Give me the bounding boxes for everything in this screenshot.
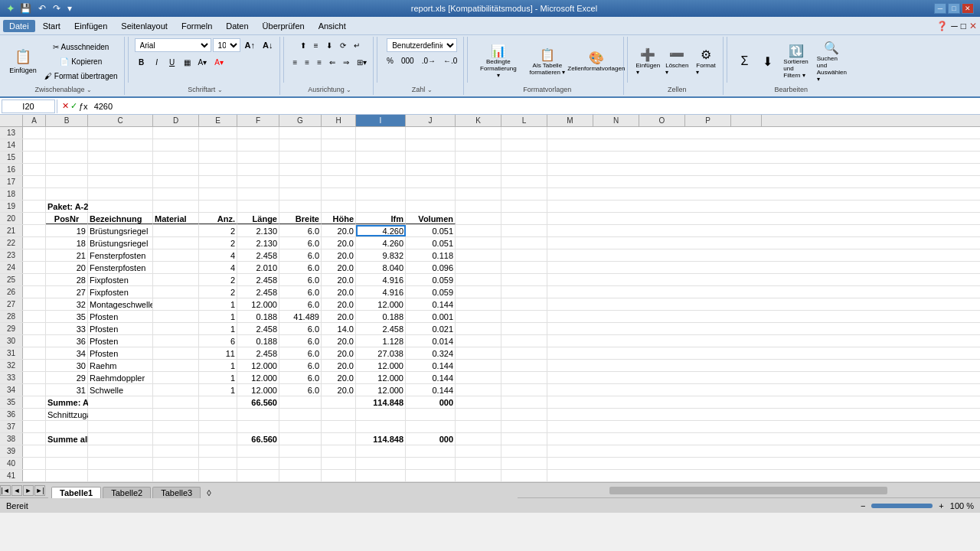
cell-i38[interactable]: 114.848 bbox=[356, 433, 406, 445]
cell-b40[interactable] bbox=[46, 458, 88, 469]
cell-e41[interactable] bbox=[199, 470, 237, 481]
cell-f36[interactable] bbox=[237, 409, 279, 420]
cell-e33[interactable]: 1 bbox=[199, 372, 237, 383]
cell-d21[interactable] bbox=[153, 225, 199, 236]
cell-b24[interactable]: 20 bbox=[46, 262, 88, 273]
cell-k34[interactable] bbox=[456, 384, 501, 396]
cell-h29[interactable]: 14.0 bbox=[322, 323, 356, 334]
cell-j33[interactable]: 0.144 bbox=[406, 372, 456, 383]
align-left-button[interactable]: ≡ bbox=[290, 55, 301, 69]
cell-e16[interactable] bbox=[199, 164, 237, 175]
col-header-e[interactable]: E bbox=[199, 115, 237, 126]
cell-c37[interactable] bbox=[88, 421, 153, 432]
cell-b22[interactable]: 18 bbox=[46, 237, 88, 249]
cell-a26[interactable] bbox=[23, 286, 46, 298]
cell-e22[interactable]: 2 bbox=[199, 237, 237, 249]
cell-e14[interactable] bbox=[199, 139, 237, 151]
cell-l27[interactable] bbox=[501, 298, 547, 310]
cell-k18[interactable] bbox=[456, 188, 501, 200]
cell-k23[interactable] bbox=[456, 249, 501, 261]
cell-i29[interactable]: 2.458 bbox=[356, 323, 406, 334]
cell-f28[interactable]: 0.188 bbox=[237, 311, 279, 322]
zoom-slider[interactable] bbox=[871, 504, 933, 508]
col-header-o[interactable]: O bbox=[639, 115, 685, 126]
cell-f41[interactable] bbox=[237, 470, 279, 481]
cell-e30[interactable]: 6 bbox=[199, 335, 237, 347]
increase-font-button[interactable]: A↑ bbox=[242, 38, 258, 52]
cell-e13[interactable] bbox=[199, 127, 237, 139]
row-header-20[interactable]: 20 bbox=[0, 213, 23, 224]
format-button[interactable]: 🖌 Format übertragen bbox=[41, 69, 121, 83]
cell-d24[interactable] bbox=[153, 262, 199, 273]
row-header-23[interactable]: 23 bbox=[0, 249, 23, 261]
cell-l22[interactable] bbox=[501, 237, 547, 249]
cell-f40[interactable] bbox=[237, 458, 279, 469]
cell-l39[interactable] bbox=[501, 445, 547, 457]
cell-l17[interactable] bbox=[501, 176, 547, 187]
cell-h33[interactable]: 20.0 bbox=[322, 372, 356, 383]
cell-h38[interactable] bbox=[322, 433, 356, 445]
cell-h20[interactable]: Höhe bbox=[322, 213, 356, 224]
cell-g36[interactable] bbox=[279, 409, 322, 420]
cell-a25[interactable] bbox=[23, 274, 46, 285]
cell-b19[interactable]: Paket: A-2EG bbox=[46, 201, 88, 212]
cell-d15[interactable] bbox=[153, 152, 199, 163]
cell-i37[interactable] bbox=[356, 421, 406, 432]
zoom-out-button[interactable]: − bbox=[861, 501, 865, 510]
cell-a22[interactable] bbox=[23, 237, 46, 249]
kopieren-button[interactable]: 📄 Kopieren bbox=[41, 54, 121, 68]
menu-seitenlayout[interactable]: Seitenlayout bbox=[115, 20, 174, 32]
cell-d28[interactable] bbox=[153, 311, 199, 322]
text-direction-button[interactable]: ⟳ bbox=[337, 38, 349, 52]
row-header-25[interactable]: 25 bbox=[0, 274, 23, 285]
cell-b31[interactable]: 34 bbox=[46, 347, 88, 359]
col-header-f[interactable]: F bbox=[237, 115, 279, 126]
cell-g13[interactable] bbox=[279, 127, 322, 139]
col-header-k[interactable]: K bbox=[456, 115, 501, 126]
cell-k28[interactable] bbox=[456, 311, 501, 322]
cell-h27[interactable]: 20.0 bbox=[322, 298, 356, 310]
cell-l23[interactable] bbox=[501, 249, 547, 261]
cell-f26[interactable]: 2.458 bbox=[237, 286, 279, 298]
cell-a41[interactable] bbox=[23, 470, 46, 481]
cell-f19[interactable] bbox=[237, 201, 279, 212]
cell-c41[interactable] bbox=[88, 470, 153, 481]
cell-h15[interactable] bbox=[322, 152, 356, 163]
cell-f24[interactable]: 2.010 bbox=[237, 262, 279, 273]
row-header-21[interactable]: 21 bbox=[0, 225, 23, 236]
col-header-j[interactable]: J bbox=[406, 115, 456, 126]
cell-k14[interactable] bbox=[456, 139, 501, 151]
cell-d33[interactable] bbox=[153, 372, 199, 383]
cell-a27[interactable] bbox=[23, 298, 46, 310]
cell-c27[interactable]: Montageschwelle bbox=[88, 298, 153, 310]
cell-l32[interactable] bbox=[501, 360, 547, 371]
cell-a21[interactable] bbox=[23, 225, 46, 236]
last-sheet-button[interactable]: ►| bbox=[34, 485, 45, 496]
cell-k21[interactable] bbox=[456, 225, 501, 236]
cell-b13[interactable] bbox=[46, 127, 88, 139]
cell-l15[interactable] bbox=[501, 152, 547, 163]
cell-d34[interactable] bbox=[153, 384, 199, 396]
cell-h13[interactable] bbox=[322, 127, 356, 139]
cell-d39[interactable] bbox=[153, 445, 199, 457]
cell-g21[interactable]: 6.0 bbox=[279, 225, 322, 236]
cell-f38[interactable]: 66.560 bbox=[237, 433, 279, 445]
cell-h28[interactable]: 20.0 bbox=[322, 311, 356, 322]
cell-e28[interactable]: 1 bbox=[199, 311, 237, 322]
cell-h31[interactable]: 20.0 bbox=[322, 347, 356, 359]
cell-d29[interactable] bbox=[153, 323, 199, 334]
decrease-decimal-button[interactable]: ←.0 bbox=[440, 54, 460, 67]
cell-i16[interactable] bbox=[356, 164, 406, 175]
cell-b37[interactable] bbox=[46, 421, 88, 432]
sheet-tab-tabelle2[interactable]: Tabelle2 bbox=[103, 487, 151, 498]
cell-j39[interactable] bbox=[406, 445, 456, 457]
save-button[interactable]: 💾 bbox=[18, 2, 34, 15]
cell-d22[interactable] bbox=[153, 237, 199, 249]
cell-c19[interactable] bbox=[88, 201, 153, 212]
cell-f39[interactable] bbox=[237, 445, 279, 457]
cell-b21[interactable]: 19 bbox=[46, 225, 88, 236]
cell-j29[interactable]: 0.021 bbox=[406, 323, 456, 334]
cell-e35[interactable] bbox=[199, 396, 237, 408]
ausschneiden-button[interactable]: ✂ Ausschneiden bbox=[41, 40, 121, 54]
cell-g28[interactable]: 41.489 bbox=[279, 311, 322, 322]
